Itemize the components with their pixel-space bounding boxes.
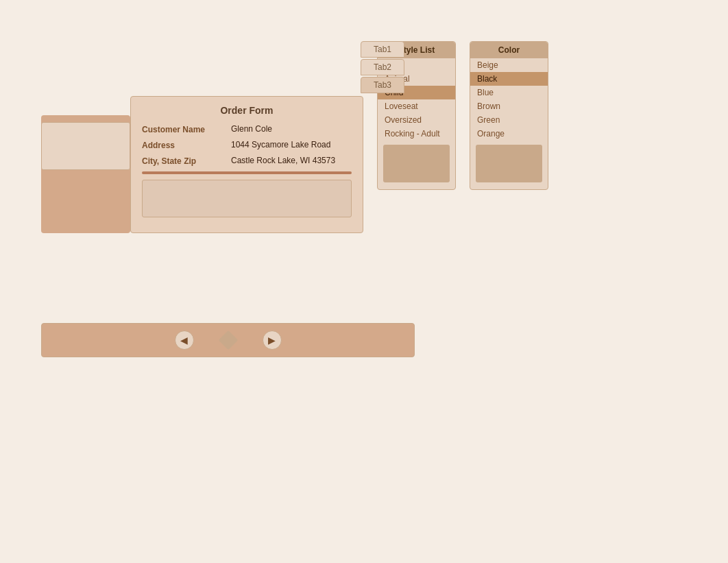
tab-3[interactable]: Tab3 <box>361 77 404 93</box>
city-state-zip-label: City, State Zip <box>142 156 231 166</box>
sub-panel <box>41 122 130 170</box>
customer-name-row: Customer Name Glenn Cole <box>142 124 352 134</box>
color-list-panel: Color Beige Black Blue Brown Green Orang… <box>470 41 548 190</box>
tabs-area: Tab1 Tab2 Tab3 <box>82 41 404 95</box>
city-state-zip-row: City, State Zip Castle Rock Lake, WI 435… <box>142 156 352 166</box>
main-container: Tab1 Tab2 Tab3 Order Form Customer Name … <box>41 41 548 233</box>
color-item-black[interactable]: Black <box>470 72 548 86</box>
color-list-header: Color <box>470 42 548 58</box>
color-item-blue[interactable]: Blue <box>470 86 548 99</box>
color-item-orange[interactable]: Orange <box>470 127 548 141</box>
address-label: Address <box>142 140 231 150</box>
order-form-wrapper: Tab1 Tab2 Tab3 Order Form Customer Name … <box>41 41 363 233</box>
bottom-toolbar: ◀ ▶ <box>41 323 415 357</box>
style-list-bottom <box>383 145 450 182</box>
tab-2[interactable]: Tab2 <box>361 59 404 75</box>
customer-name-value: Glenn Cole <box>231 124 352 134</box>
prev-button[interactable]: ◀ <box>175 331 194 350</box>
city-state-zip-value: Castle Rock Lake, WI 43573 <box>231 156 352 165</box>
style-item-rocking-adult[interactable]: Rocking - Adult <box>378 127 455 141</box>
style-item-loveseat[interactable]: Loveseat <box>378 99 455 113</box>
color-item-brown[interactable]: Brown <box>470 99 548 113</box>
style-item-oversized[interactable]: Oversized <box>378 113 455 127</box>
next-button[interactable]: ▶ <box>263 331 282 350</box>
order-form-panel: Order Form Customer Name Glenn Cole Addr… <box>130 96 363 233</box>
address-row: Address 1044 Sycamore Lake Road <box>142 140 352 150</box>
order-form-title: Order Form <box>142 105 352 116</box>
color-item-green[interactable]: Green <box>470 113 548 127</box>
tab-1[interactable]: Tab1 <box>361 41 404 58</box>
color-item-beige[interactable]: Beige <box>470 58 548 72</box>
address-value: 1044 Sycamore Lake Road <box>231 140 352 149</box>
color-list-bottom <box>476 145 542 182</box>
highlighted-row[interactable] <box>142 171 352 174</box>
toolbar-diamond <box>218 331 237 350</box>
left-panel <box>41 115 130 233</box>
form-sub-area-left <box>142 180 352 217</box>
customer-name-label: Customer Name <box>142 124 231 134</box>
